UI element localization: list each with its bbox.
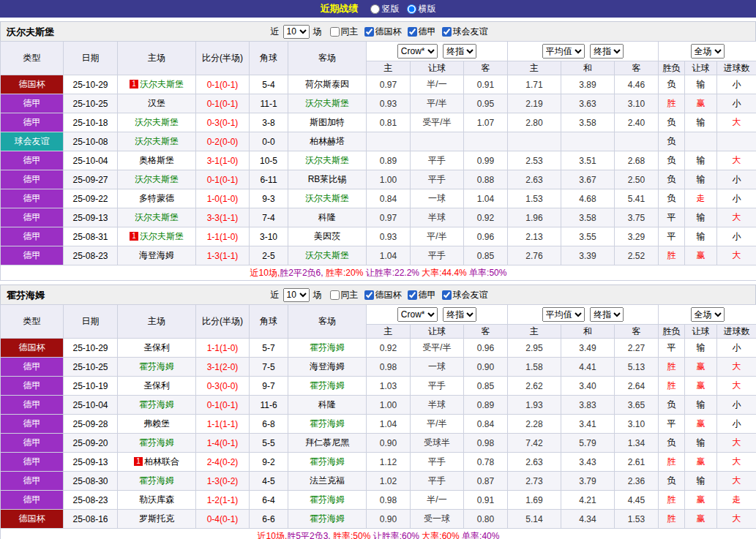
team-name-link[interactable]: 圣保利 xyxy=(143,342,170,353)
team-name-link[interactable]: 斯图加特 xyxy=(310,117,345,127)
full-match-select[interactable]: 全场 xyxy=(691,307,725,322)
layout-option-horizontal[interactable]: 横版 xyxy=(407,3,436,15)
match-row: 德甲25-09-22多特蒙德1-0(1-0)9-3沃尔夫斯堡0.84一球1.04… xyxy=(1,189,756,208)
handicap-away-odds-cell: 0.98 xyxy=(464,434,508,453)
friendly-checkbox[interactable] xyxy=(442,290,452,300)
team-name-link[interactable]: 罗斯托克 xyxy=(139,513,174,524)
match-date-cell: 25-08-31 xyxy=(64,227,118,246)
team-name-link[interactable]: 多特蒙德 xyxy=(139,193,174,203)
average-select[interactable]: 平均值 xyxy=(542,307,585,322)
vertical-layout-radio[interactable] xyxy=(370,4,380,14)
result-cell: 负 xyxy=(659,472,685,491)
team-name-link[interactable]: 沃尔夫斯堡 xyxy=(135,212,179,222)
same-home-checkbox[interactable] xyxy=(330,27,340,37)
team-name-link[interactable]: 霍芬海姆 xyxy=(139,437,174,448)
team-name-link[interactable]: 柏林联合 xyxy=(144,456,179,467)
avg-home-odds-cell: 5.14 xyxy=(508,510,561,529)
horizontal-layout-radio[interactable] xyxy=(407,4,416,14)
bookmaker-select[interactable]: Crow* xyxy=(397,307,438,322)
friendly-filter[interactable]: 球会友谊 xyxy=(442,289,488,301)
team-name-link[interactable]: 奥格斯堡 xyxy=(139,155,174,165)
avg-home-odds-cell: 2.80 xyxy=(508,113,561,132)
team-name-link[interactable]: 柏林赫塔 xyxy=(310,136,345,146)
corner-cell: 0-0 xyxy=(250,132,288,151)
match-type-cell: 德甲 xyxy=(1,491,64,510)
match-date-cell: 25-10-04 xyxy=(64,151,118,170)
team-name-link[interactable]: 海登海姆 xyxy=(310,361,345,372)
team-name-link[interactable]: 霍芬海姆 xyxy=(310,380,345,391)
german-cup-checkbox[interactable] xyxy=(364,290,374,300)
match-row: 球会友谊25-10-08沃尔夫斯堡0-2(0-0)0-0柏林赫塔负 xyxy=(1,132,756,151)
team-name-link[interactable]: 美因茨 xyxy=(314,231,340,241)
match-count-select[interactable]: 10 xyxy=(283,25,310,39)
team-name-link[interactable]: 科隆 xyxy=(318,399,336,410)
team-name-link[interactable]: 沃尔夫斯堡 xyxy=(140,79,184,89)
handicap-home-odds-cell: 1.00 xyxy=(367,396,411,415)
team-name-link[interactable]: 霍芬海姆 xyxy=(310,342,345,353)
average-stage-select[interactable]: 终指 xyxy=(590,307,624,322)
bookmaker-select[interactable]: Crow* xyxy=(397,44,438,59)
team-name-link[interactable]: 沃尔夫斯堡 xyxy=(140,231,184,241)
friendly-checkbox[interactable] xyxy=(442,27,452,37)
handicap-away-odds-cell: 0.99 xyxy=(464,151,508,170)
team-name-link[interactable]: 弗赖堡 xyxy=(143,418,170,429)
team-name-link[interactable]: 科隆 xyxy=(318,212,336,222)
team-name-link[interactable]: 霍芬海姆 xyxy=(310,494,345,505)
team-name-link[interactable]: 沃尔夫斯堡 xyxy=(135,174,179,184)
friendly-filter[interactable]: 球会友谊 xyxy=(442,26,488,38)
team-name-link[interactable]: 沃尔夫斯堡 xyxy=(305,155,349,165)
handicap-line-cell: 平/半 xyxy=(411,227,464,246)
german-cup-filter[interactable]: 德国杯 xyxy=(364,26,402,38)
team-name-link[interactable]: 法兰克福 xyxy=(310,475,345,486)
team-name-link[interactable]: RB莱比锡 xyxy=(308,174,347,184)
avg-draw-odds-cell: 3.51 xyxy=(561,151,615,170)
german-cup-checkbox[interactable] xyxy=(364,27,374,37)
team-name-link[interactable]: 霍芬海姆 xyxy=(310,513,345,524)
handicap-away-odds-cell: 0.91 xyxy=(464,491,508,510)
team-name-link[interactable]: 沃尔夫斯堡 xyxy=(135,136,179,146)
handicap-stage-select[interactable]: 终指 xyxy=(443,44,476,59)
handicap-line-cell: 平/半 xyxy=(411,94,464,113)
same-home-checkbox[interactable] xyxy=(330,290,340,300)
bundesliga-checkbox[interactable] xyxy=(408,27,417,37)
bundesliga-filter[interactable]: 德甲 xyxy=(408,289,436,301)
team-name-link[interactable]: 汉堡 xyxy=(148,98,165,108)
corner-cell: 6-8 xyxy=(250,415,288,434)
handicap-away-odds-cell: 0.88 xyxy=(464,170,508,189)
handicap-home-odds-cell: 1.02 xyxy=(367,472,411,491)
team-name-link[interactable]: 沃尔夫斯堡 xyxy=(305,250,349,260)
german-cup-filter[interactable]: 德国杯 xyxy=(364,289,402,301)
goals-result-cell: 小 xyxy=(717,339,756,358)
team-name-link[interactable]: 霍芬海姆 xyxy=(139,475,174,486)
same-home-filter[interactable]: 同主 xyxy=(330,289,359,301)
full-match-select[interactable]: 全场 xyxy=(691,44,725,59)
team-name-link[interactable]: 霍芬海姆 xyxy=(310,418,345,429)
team-name-link[interactable]: 沃尔夫斯堡 xyxy=(305,193,349,203)
avg-draw-odds-cell: 4.41 xyxy=(561,358,615,377)
average-select[interactable]: 平均值 xyxy=(542,44,585,59)
team-name-link[interactable]: 海登海姆 xyxy=(139,250,174,260)
bundesliga-filter[interactable]: 德甲 xyxy=(408,26,436,38)
team-name-link[interactable]: 拜仁慕尼黑 xyxy=(305,437,349,448)
team-name-link[interactable]: 圣保利 xyxy=(143,380,170,391)
match-count-select[interactable]: 10 xyxy=(283,288,310,302)
handicap-result-cell: 赢 xyxy=(685,453,717,472)
team-name-link[interactable]: 荷尔斯泰因 xyxy=(305,79,349,89)
avg-draw-odds-cell: 3.89 xyxy=(561,75,615,94)
corner-cell: 6-4 xyxy=(250,491,288,510)
same-home-filter[interactable]: 同主 xyxy=(330,26,359,38)
avg-draw-odds-cell: 4.68 xyxy=(561,189,615,208)
team-name-link[interactable]: 沃尔夫斯堡 xyxy=(305,98,349,108)
team-name-link[interactable]: 霍芬海姆 xyxy=(310,456,345,467)
team-name-link[interactable]: 霍芬海姆 xyxy=(139,399,174,410)
layout-option-vertical[interactable]: 竖版 xyxy=(370,3,400,15)
team-name-link[interactable]: 勒沃库森 xyxy=(139,494,174,505)
away-team-cell: RB莱比锡 xyxy=(288,170,367,189)
team-name-link[interactable]: 沃尔夫斯堡 xyxy=(135,117,179,127)
bundesliga-checkbox[interactable] xyxy=(408,290,417,300)
average-stage-select[interactable]: 终指 xyxy=(590,44,624,59)
handicap-stage-select[interactable]: 终指 xyxy=(443,307,476,322)
col-header-date: 日期 xyxy=(64,305,118,339)
match-row: 德甲25-09-131柏林联合2-4(0-2)9-2霍芬海姆1.12平手0.78… xyxy=(1,453,756,472)
team-name-link[interactable]: 霍芬海姆 xyxy=(139,361,174,372)
